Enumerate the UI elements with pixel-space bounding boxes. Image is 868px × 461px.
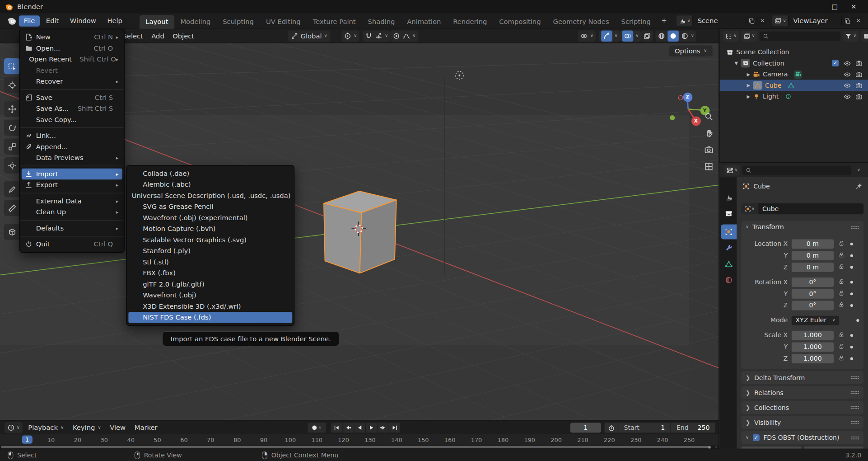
frame-tick[interactable]: 60 bbox=[180, 437, 187, 443]
hide-in-viewport-toggle[interactable] bbox=[844, 82, 851, 89]
remove-viewlayer-button[interactable]: ✕ bbox=[853, 15, 864, 26]
snap-controls[interactable]: ∨ bbox=[363, 30, 390, 42]
collection-exclude-checkbox[interactable]: ✓ bbox=[832, 60, 839, 66]
timeline-menu-playback[interactable]: Playback ∨ bbox=[24, 422, 69, 433]
disclosure-icon[interactable]: ▶ bbox=[744, 94, 753, 99]
tool-annotate[interactable] bbox=[4, 181, 20, 198]
timeline-scrollbar[interactable]: ‹ bbox=[0, 446, 719, 449]
auto-keying-button[interactable]: ∨ bbox=[308, 423, 326, 433]
timeline-menu-keying[interactable]: Keying ∨ bbox=[68, 422, 105, 433]
pin-icon[interactable] bbox=[855, 183, 863, 190]
hide-in-viewport-toggle[interactable] bbox=[844, 71, 851, 78]
import-menu-item-universal-scene-description-usd-usdc-usda[interactable]: Universal Scene Description (.usd, .usdc… bbox=[128, 190, 292, 201]
file-menu-item-external-data[interactable]: External Data▸ bbox=[22, 196, 122, 207]
frame-tick[interactable]: 120 bbox=[338, 437, 349, 443]
file-menu-item-save-copy[interactable]: Save Copy... bbox=[22, 114, 122, 126]
properties-editor-type-button[interactable]: ∨ bbox=[724, 165, 740, 175]
lock-icon[interactable] bbox=[838, 289, 845, 297]
proportional-edit-controls[interactable]: ∨ bbox=[390, 30, 418, 42]
tab-material-properties[interactable] bbox=[721, 273, 737, 287]
tab-texture-paint[interactable]: Texture Paint bbox=[307, 14, 362, 28]
object-browse-button[interactable]: ∨ bbox=[741, 203, 758, 215]
file-menu-item-import[interactable]: Import▸ bbox=[22, 169, 122, 180]
playhead-frame[interactable]: 1 bbox=[22, 435, 33, 443]
file-menu-item-quit[interactable]: QuitCtrl Q bbox=[22, 239, 122, 250]
frame-tick[interactable]: 90 bbox=[260, 437, 267, 443]
value-field[interactable]: 0° bbox=[792, 301, 834, 310]
disable-in-renders-toggle[interactable] bbox=[855, 60, 863, 67]
viewlayer-browse-button[interactable]: ∨ bbox=[772, 15, 788, 26]
import-menu-item-collada-dae[interactable]: Collada (.dae) bbox=[128, 168, 292, 179]
outliner-row-collection[interactable]: ▼Collection✓ bbox=[720, 57, 868, 69]
frame-tick[interactable]: 50 bbox=[154, 437, 161, 443]
jump-end-button[interactable] bbox=[389, 423, 401, 433]
pivot-point-dropdown[interactable]: ∨ bbox=[341, 30, 359, 42]
import-menu-item-x3d-extensible-3d-x3d-wrl[interactable]: X3D Extensible 3D (.x3d/.wrl) bbox=[128, 301, 292, 312]
frame-tick[interactable]: 200 bbox=[551, 437, 562, 443]
scene-name-field[interactable]: Scene bbox=[693, 15, 746, 26]
lock-icon[interactable] bbox=[838, 278, 845, 286]
new-collection-button[interactable] bbox=[861, 31, 868, 41]
file-menu-item-link[interactable]: Link... bbox=[22, 130, 122, 141]
animate-dot[interactable] bbox=[856, 319, 859, 321]
value-field[interactable]: 0° bbox=[792, 289, 834, 298]
frame-tick[interactable]: 30 bbox=[101, 437, 108, 443]
value-field[interactable]: 0 m bbox=[792, 262, 834, 272]
animate-dot[interactable] bbox=[850, 304, 853, 306]
use-preview-range-button[interactable] bbox=[605, 423, 618, 433]
timeline-editor-type-button[interactable]: ∨ bbox=[5, 422, 23, 433]
animate-dot[interactable] bbox=[850, 242, 853, 245]
material-shading-icon[interactable] bbox=[681, 32, 689, 40]
file-menu-item-data-previews[interactable]: Data Previews▸ bbox=[22, 152, 122, 164]
tab-sculpting[interactable]: Sculpting bbox=[217, 14, 260, 28]
ortho-toggle-icon[interactable] bbox=[704, 162, 714, 171]
frame-tick[interactable]: 180 bbox=[498, 437, 509, 443]
tool-select-box[interactable] bbox=[4, 58, 20, 75]
panel-grip[interactable] bbox=[851, 405, 859, 409]
file-menu-item-save[interactable]: SaveCtrl S bbox=[22, 92, 122, 103]
file-menu-item-recover[interactable]: Recover▸ bbox=[22, 76, 122, 87]
close-button[interactable]: ✕ bbox=[844, 3, 863, 10]
disable-in-renders-toggle[interactable] bbox=[855, 71, 863, 78]
outliner-search-input[interactable] bbox=[759, 31, 840, 41]
disclosure-icon[interactable]: ▼ bbox=[732, 61, 741, 66]
file-menu-item-open[interactable]: Open...Ctrl O bbox=[22, 42, 122, 54]
animate-dot[interactable] bbox=[850, 281, 853, 283]
transform-orientation-dropdown[interactable]: Global ∨ bbox=[288, 30, 330, 42]
gizmo-neg-x-axis[interactable] bbox=[678, 95, 683, 100]
object-name-input[interactable] bbox=[758, 203, 863, 215]
tab-uv-editing[interactable]: UV Editing bbox=[260, 14, 307, 28]
value-field[interactable]: 0° bbox=[792, 277, 834, 287]
tab-animation[interactable]: Animation bbox=[401, 14, 447, 28]
tab-rendering[interactable]: Rendering bbox=[447, 14, 493, 28]
zoom-icon[interactable] bbox=[704, 112, 714, 122]
file-menu-item-clean-up[interactable]: Clean Up▸ bbox=[22, 207, 122, 218]
menu-help[interactable]: Help bbox=[102, 15, 127, 27]
timeline-menu-marker[interactable]: Marker bbox=[130, 422, 162, 433]
tab-shading[interactable]: Shading bbox=[362, 14, 401, 28]
animate-dot[interactable] bbox=[850, 345, 853, 348]
animate-dot[interactable] bbox=[850, 334, 853, 337]
camera-view-icon[interactable] bbox=[704, 145, 714, 155]
panel-grip[interactable] bbox=[851, 225, 859, 229]
frame-tick[interactable]: 220 bbox=[604, 437, 615, 443]
gizmo-neg-y-axis[interactable] bbox=[670, 115, 675, 120]
animate-dot[interactable] bbox=[850, 266, 853, 268]
outliner-row-scene-collection[interactable]: Scene Collection bbox=[720, 47, 868, 58]
frame-tick[interactable]: 230 bbox=[630, 437, 642, 443]
properties-search-input[interactable] bbox=[742, 165, 852, 175]
tool-scale[interactable] bbox=[4, 138, 20, 155]
outliner-row-camera[interactable]: ▶Camera bbox=[720, 69, 868, 80]
lock-icon[interactable] bbox=[838, 343, 845, 351]
frame-tick[interactable]: 160 bbox=[444, 437, 456, 443]
hide-in-viewport-toggle[interactable] bbox=[844, 60, 851, 67]
frame-tick[interactable]: 140 bbox=[391, 437, 402, 443]
play-reverse-button[interactable] bbox=[354, 423, 365, 433]
tab-modifier-properties[interactable] bbox=[721, 240, 737, 255]
lock-icon[interactable] bbox=[838, 240, 845, 248]
tab-scripting[interactable]: Scripting bbox=[615, 14, 657, 28]
frame-tick[interactable]: 210 bbox=[577, 437, 588, 443]
value-field[interactable]: 1.000 bbox=[792, 342, 834, 352]
pan-hand-icon[interactable] bbox=[704, 128, 714, 138]
panel-relations[interactable]: ❯Relations bbox=[741, 386, 863, 399]
